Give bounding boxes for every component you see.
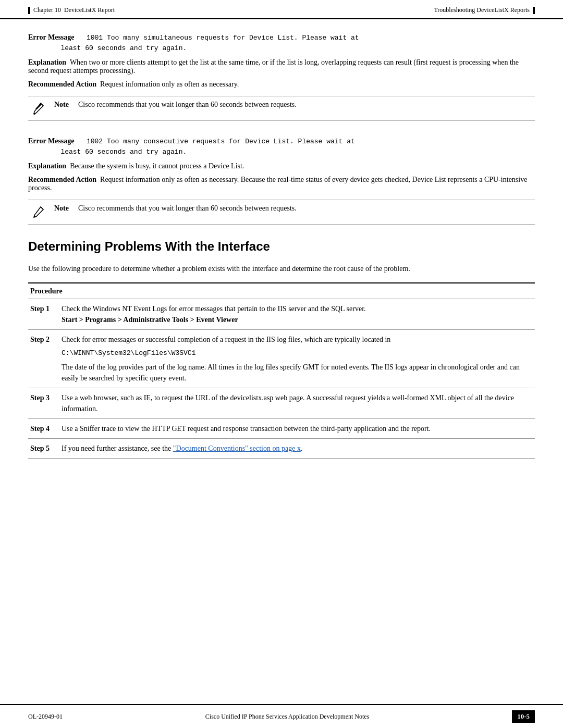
error-code-1: 1001 Too many simultaneous requests for … — [28, 34, 359, 52]
note-icon-2 — [28, 205, 47, 220]
header-left-bar — [28, 7, 30, 14]
step-4-label: Step 4 — [28, 418, 59, 438]
table-row: Step 3 Use a web browser, such as IE, to… — [28, 388, 535, 418]
explanation-label-1: Explanation — [28, 58, 66, 66]
step-5-link[interactable]: "Document Conventions" section on page x — [173, 445, 301, 452]
step-3-label: Step 3 — [28, 388, 59, 418]
procedure-heading: Procedure — [30, 287, 63, 295]
recommended-action-1: Recommended Action Request information o… — [28, 80, 535, 89]
explanation-text-1: When two or more clients attempt to get … — [28, 58, 519, 75]
recommended-action-2: Recommended Action Request information o… — [28, 176, 535, 192]
footer-page-num: 10-5 — [512, 710, 535, 723]
explanation-1: Explanation When two or more clients att… — [28, 58, 535, 75]
explanation-2: Explanation Because the system is busy, … — [28, 162, 535, 170]
note-label-2: Note — [54, 204, 74, 213]
step-5-content: If you need further assistance, see the … — [59, 438, 535, 458]
step-4-content: Use a Sniffer trace to view the HTTP GET… — [59, 418, 535, 438]
error-block-2: Error Message 1002 Too many consecutive … — [28, 135, 535, 225]
error-message-1: Error Message 1001 Too many simultaneous… — [28, 32, 535, 53]
step-2-path: C:\WINNT\System32\LogFiles\W3SVC1 — [62, 348, 533, 359]
procedure-heading-cell: Procedure — [28, 283, 535, 299]
error-label-2: Error Message — [28, 137, 75, 145]
recommended-text-1: Request information only as often as nec… — [99, 80, 239, 88]
header-right: Troubleshooting DeviceListX Reports — [434, 6, 535, 14]
step-1-text: Check the Windows NT Event Logs for erro… — [62, 305, 366, 313]
table-row: Step 5 If you need further assistance, s… — [28, 438, 535, 458]
step-2-extra: The date of the log provides part of the… — [62, 363, 520, 382]
error-block-1: Error Message 1001 Too many simultaneous… — [28, 32, 535, 121]
page-header: Chapter 10 DeviceListX Report Troublesho… — [0, 0, 563, 19]
error-message-2: Error Message 1002 Too many consecutive … — [28, 135, 535, 157]
step-5-label: Step 5 — [28, 438, 59, 458]
page-footer: OL-20949-01 Cisco Unified IP Phone Servi… — [0, 704, 563, 728]
table-row: Step 2 Check for error messages or succe… — [28, 330, 535, 388]
note-content-2: Note Cisco recommends that you wait long… — [54, 204, 297, 213]
footer-center-text: Cisco Unified IP Phone Services Applicat… — [205, 713, 370, 721]
note-text-1: Cisco recommends that you wait longer th… — [78, 101, 297, 109]
step-5-text-after: . — [301, 445, 303, 452]
step-2-label: Step 2 — [28, 330, 59, 388]
step-1-bold: Start > Programs > Administrative Tools … — [62, 316, 238, 324]
footer-doc-num: OL-20949-01 — [28, 713, 63, 721]
recommended-text-2: Request information only as often as nec… — [28, 176, 527, 192]
note-text-2: Cisco recommends that you wait longer th… — [78, 204, 297, 213]
step-5-text-before: If you need further assistance, see the — [62, 445, 173, 452]
note-label-1: Note — [54, 101, 74, 109]
step-3-text: Use a web browser, such as IE, to reques… — [62, 394, 514, 413]
intro-text: Use the following procedure to determine… — [28, 263, 535, 274]
recommended-label-2: Recommended Action — [28, 176, 96, 183]
error-code-2: 1002 Too many consecutive requests for D… — [28, 138, 355, 156]
note-box-1: Note Cisco recommends that you wait long… — [28, 96, 535, 121]
section-heading: Determining Problems With the Interface — [28, 239, 535, 254]
note-box-2: Note Cisco recommends that you wait long… — [28, 200, 535, 225]
procedure-header-row: Procedure — [28, 283, 535, 299]
step-3-content: Use a web browser, such as IE, to reques… — [59, 388, 535, 418]
explanation-text-2: Because the system is busy, it cannot pr… — [68, 162, 244, 170]
note-icon-1 — [28, 102, 47, 116]
step-4-text: Use a Sniffer trace to view the HTTP GET… — [62, 425, 431, 433]
recommended-label-1: Recommended Action — [28, 80, 96, 88]
header-left: Chapter 10 DeviceListX Report — [28, 6, 115, 14]
chapter-label: Chapter 10 — [33, 6, 61, 14]
step-2-text: Check for error messages or successful c… — [62, 336, 390, 343]
step-1-content: Check the Windows NT Event Logs for erro… — [59, 299, 535, 330]
error-label-1: Error Message — [28, 33, 75, 41]
procedure-table: Procedure Step 1 Check the Windows NT Ev… — [28, 282, 535, 459]
chapter-title: DeviceListX Report — [64, 6, 115, 14]
header-right-bar — [533, 7, 535, 14]
note-content-1: Note Cisco recommends that you wait long… — [54, 101, 297, 109]
step-2-content: Check for error messages or successful c… — [59, 330, 535, 388]
table-row: Step 4 Use a Sniffer trace to view the H… — [28, 418, 535, 438]
main-content: Error Message 1001 Too many simultaneous… — [0, 19, 563, 500]
table-row: Step 1 Check the Windows NT Event Logs f… — [28, 299, 535, 330]
step-1-label: Step 1 — [28, 299, 59, 330]
header-right-title: Troubleshooting DeviceListX Reports — [434, 6, 530, 14]
explanation-label-2: Explanation — [28, 162, 66, 170]
